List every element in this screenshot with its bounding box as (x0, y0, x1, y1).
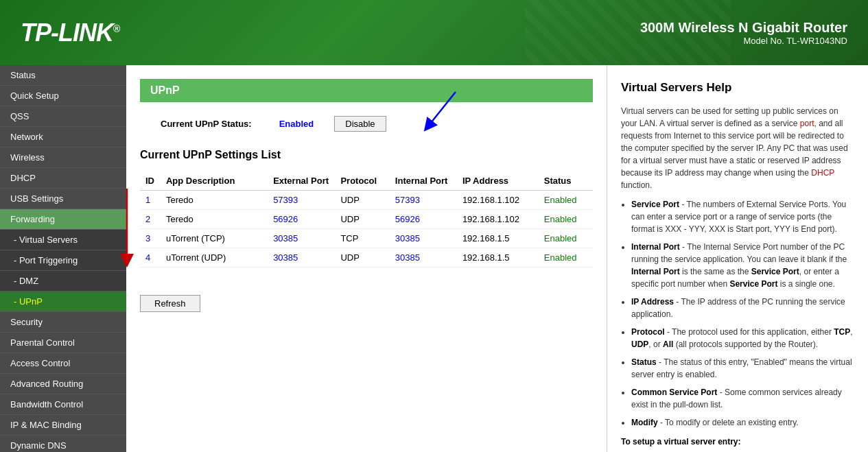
sidebar-item-access-control[interactable]: Access Control (0, 353, 126, 374)
sidebar-item-upnp[interactable]: - UPnP (0, 292, 126, 312)
cell-protocol: UDP (335, 191, 389, 210)
cell-int-port: 30385 (390, 229, 457, 248)
sidebar-item-forwarding[interactable]: Forwarding (0, 209, 126, 230)
logo: TP-LINK® (21, 19, 119, 47)
sidebar-item-security[interactable]: Security (0, 312, 126, 333)
cell-ip: 192.168.1.102 (457, 191, 539, 210)
status-label: Current UPnP Status: (161, 119, 252, 129)
sidebar-item-status[interactable]: Status (0, 65, 126, 86)
cell-int-port: 30385 (390, 248, 457, 267)
sidebar: Status Quick Setup QSS Network Wireless … (0, 65, 126, 452)
cell-protocol: TCP (335, 229, 389, 248)
refresh-button[interactable]: Refresh (140, 295, 200, 312)
help-item-service-port: Service Port - The numbers of External S… (631, 198, 854, 235)
status-value: Enabled (279, 119, 314, 129)
col-header-int: Internal Port (390, 171, 457, 191)
sidebar-item-wireless[interactable]: Wireless (0, 147, 126, 168)
help-item-protocol: Protocol - The protocol used for this ap… (631, 326, 854, 350)
blue-arrow (408, 85, 476, 140)
model-name: 300M Wireless N Gigabit Router (640, 20, 847, 36)
cell-ext-port: 30385 (268, 248, 335, 267)
col-header-app: App Description (161, 171, 268, 191)
help-title: Virtual Servers Help (621, 79, 854, 97)
sidebar-item-usb-settings[interactable]: USB Settings (0, 189, 126, 209)
main-wrapper: Status Quick Setup QSS Network Wireless … (0, 65, 868, 452)
col-header-id: ID (140, 171, 161, 191)
sidebar-item-ip-mac-binding[interactable]: IP & MAC Binding (0, 415, 126, 436)
table-row: 2 Teredo 56926 UDP 56926 192.168.1.102 E… (140, 210, 593, 229)
table-row: 4 uTorrent (UDP) 30385 UDP 30385 192.168… (140, 248, 593, 267)
cell-ext-port: 57393 (268, 191, 335, 210)
status-row: Current UPnP Status: Enabled Disable (161, 116, 593, 132)
cell-id: 2 (140, 210, 161, 229)
reg-symbol: ® (113, 23, 119, 34)
cell-ext-port: 30385 (268, 229, 335, 248)
help-item-status: Status - The status of this entry, "Enab… (631, 356, 854, 381)
page-title: UPnP (140, 79, 593, 102)
disable-button[interactable]: Disable (334, 116, 386, 132)
cell-status: Enabled (539, 191, 593, 210)
help-item-common-port: Common Service Port - Some common servic… (631, 386, 854, 411)
sidebar-item-dmz[interactable]: - DMZ (0, 271, 126, 292)
sidebar-item-quick-setup[interactable]: Quick Setup (0, 86, 126, 106)
col-header-ext: External Port (268, 171, 335, 191)
cell-app: uTorrent (TCP) (161, 229, 268, 248)
header: TP-LINK® 300M Wireless N Gigabit Router … (0, 0, 868, 65)
cell-app: uTorrent (UDP) (161, 248, 268, 267)
header-right: 300M Wireless N Gigabit Router Model No.… (640, 20, 847, 46)
cell-status: Enabled (539, 248, 593, 267)
cell-status: Enabled (539, 229, 593, 248)
cell-int-port: 56926 (390, 210, 457, 229)
sidebar-item-dynamic-dns[interactable]: Dynamic DNS (0, 436, 126, 452)
cell-protocol: UDP (335, 210, 389, 229)
cell-id: 3 (140, 229, 161, 248)
cell-status: Enabled (539, 210, 593, 229)
sidebar-item-virtual-servers[interactable]: - Virtual Servers (0, 230, 126, 250)
settings-list-title: Current UPnP Settings List (140, 149, 593, 161)
cell-id: 4 (140, 248, 161, 267)
help-intro: Virtual servers can be used for setting … (621, 105, 854, 191)
cell-protocol: UDP (335, 248, 389, 267)
help-panel: Virtual Servers Help Virtual servers can… (607, 65, 868, 452)
sidebar-item-advanced-routing[interactable]: Advanced Routing (0, 374, 126, 394)
model-number: Model No. TL-WR1043ND (640, 36, 847, 46)
help-setup-title: To setup a virtual server entry: (621, 436, 854, 448)
help-item-internal-port: Internal Port - The Internal Service Por… (631, 241, 854, 290)
cell-int-port: 57393 (390, 191, 457, 210)
sidebar-item-port-triggering[interactable]: - Port Triggering (0, 250, 126, 271)
sidebar-item-dhcp[interactable]: DHCP (0, 168, 126, 189)
cell-ip: 192.168.1.102 (457, 210, 539, 229)
cell-app: Teredo (161, 191, 268, 210)
main-content: UPnP Current UPnP Status: Enabled Disabl… (126, 65, 607, 452)
help-item-modify: Modify - To modify or delete an existing… (631, 416, 854, 429)
help-item-ip-address: IP Address - The IP address of the PC ru… (631, 296, 854, 320)
table-row: 1 Teredo 57393 UDP 57393 192.168.1.102 E… (140, 191, 593, 210)
cell-app: Teredo (161, 210, 268, 229)
cell-ip: 192.168.1.5 (457, 229, 539, 248)
upnp-table: ID App Description External Port Protoco… (140, 171, 593, 267)
help-list: Service Port - The numbers of External S… (631, 198, 854, 429)
table-row: 3 uTorrent (TCP) 30385 TCP 30385 192.168… (140, 229, 593, 248)
sidebar-item-bandwidth-control[interactable]: Bandwidth Control (0, 394, 126, 415)
svg-line-0 (428, 92, 456, 126)
sidebar-item-parental-control[interactable]: Parental Control (0, 333, 126, 353)
cell-ip: 192.168.1.5 (457, 248, 539, 267)
content-area: UPnP Current UPnP Status: Enabled Disabl… (126, 65, 868, 452)
col-header-ip: IP Address (457, 171, 539, 191)
cell-ext-port: 56926 (268, 210, 335, 229)
logo-text: TP-LINK (21, 19, 113, 47)
cell-id: 1 (140, 191, 161, 210)
col-header-proto: Protocol (335, 171, 389, 191)
sidebar-item-qss[interactable]: QSS (0, 106, 126, 127)
col-header-status: Status (539, 171, 593, 191)
sidebar-item-network[interactable]: Network (0, 127, 126, 147)
